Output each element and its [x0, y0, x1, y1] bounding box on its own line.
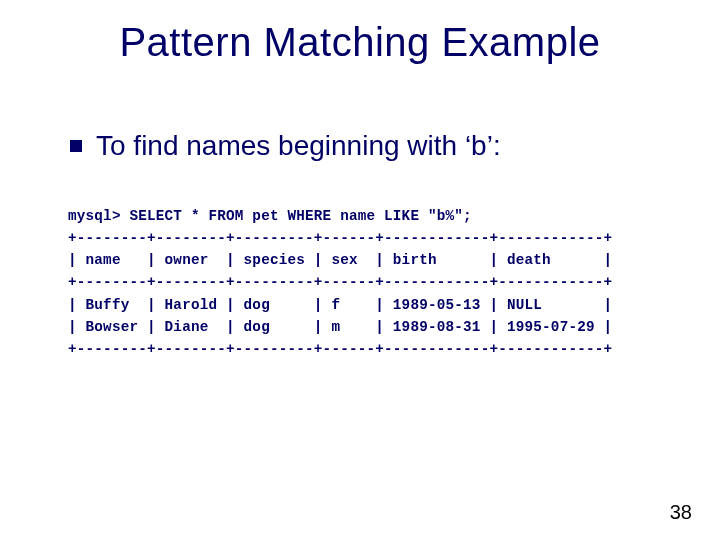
sql-output-block: mysql> SELECT * FROM pet WHERE name LIKE… — [68, 205, 612, 360]
square-bullet-icon — [70, 140, 82, 152]
page-number: 38 — [670, 501, 692, 524]
bullet-text: To find names beginning with ‘b’: — [96, 128, 501, 163]
bullet-row: To find names beginning with ‘b’: — [70, 128, 680, 163]
slide: Pattern Matching Example To find names b… — [0, 0, 720, 540]
slide-title: Pattern Matching Example — [0, 20, 720, 65]
